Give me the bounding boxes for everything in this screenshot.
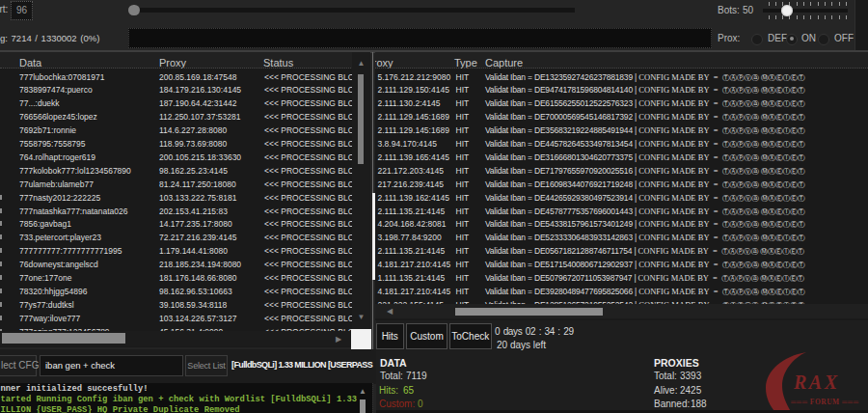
- svg-text:═══ FORUM ═══: ═══ FORUM ═══: [790, 398, 859, 406]
- svg-text:RAX: RAX: [793, 372, 840, 393]
